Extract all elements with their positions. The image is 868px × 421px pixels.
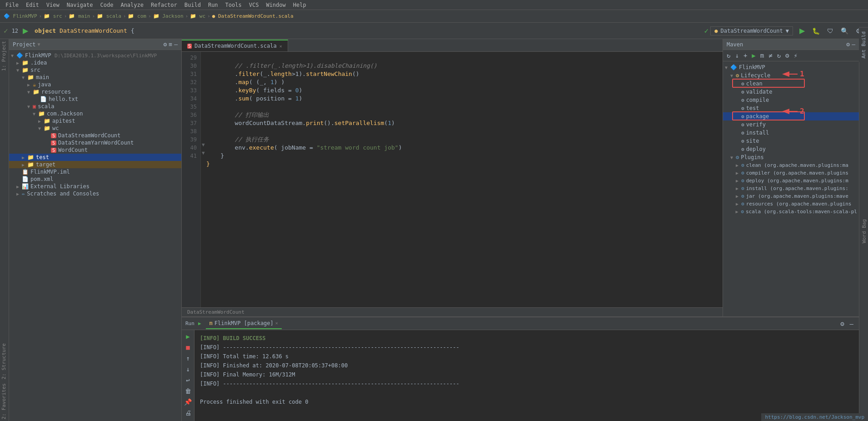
project-tab-label[interactable]: 1: Project [0, 39, 9, 73]
run-tab-main[interactable]: m FlinkMVP [package] ✕ [206, 318, 282, 329]
tree-apitest[interactable]: ▶ 📁 apitest [9, 117, 181, 125]
run-clear-icon[interactable]: 🗑 [184, 386, 192, 396]
maven-plugins[interactable]: ▼ ⚙ Plugins [723, 153, 859, 161]
maven-gear-icon[interactable]: ⚙ [783, 51, 791, 60]
maven-download-icon[interactable]: ↓ [733, 51, 740, 60]
maven-test[interactable]: ▶ ⚙ test [723, 104, 859, 112]
coverage-btn[interactable]: 🛡 [824, 26, 836, 36]
maven-add-icon[interactable]: + [742, 51, 749, 60]
tree-target[interactable]: ▶ 📁 target [9, 161, 181, 168]
nav-jackson[interactable]: 📁 Jackson [153, 13, 184, 19]
structure-tab-label[interactable]: 2: Structure [0, 341, 9, 381]
menu-refactor[interactable]: Refactor [147, 1, 181, 9]
menu-run[interactable]: Run [205, 1, 222, 9]
maven-refresh-icon[interactable]: ↻ [725, 51, 732, 60]
maven-minimize-icon[interactable]: — [852, 41, 855, 48]
maven-clean[interactable]: ▶ ⚙ clean [723, 80, 859, 88]
run-up-icon[interactable]: ↑ [185, 354, 190, 363]
maven-site[interactable]: ▶ ⚙ site [723, 137, 859, 145]
sync-icon[interactable]: ✓ [704, 26, 709, 35]
run-panel-minimize-icon[interactable]: — [848, 319, 855, 328]
maven-lifecycle[interactable]: ▼ ⚙ Lifecycle [723, 71, 859, 80]
maven-run-icon[interactable]: ▶ [750, 51, 757, 60]
menu-window[interactable]: Window [262, 1, 289, 9]
maven-plugin-scala[interactable]: ▶ ⚙ scala (org.scala-tools:maven-scala-p… [723, 208, 859, 216]
run-down-icon[interactable]: ↓ [185, 365, 190, 374]
project-settings-icon[interactable]: ≡ [169, 41, 172, 48]
menu-help[interactable]: Help [289, 1, 310, 9]
fold-arrow-1[interactable]: ▼ [202, 142, 205, 148]
tree-pom[interactable]: ▶ 📄 pom.xml [9, 175, 181, 183]
run-print-icon[interactable]: 🖨 [184, 408, 192, 417]
tree-resources[interactable]: ▼ 📁 resources [9, 88, 181, 95]
tree-dsywc[interactable]: ▶ S DataStreamYarnWordCount [9, 139, 181, 146]
maven-lightning-icon[interactable]: ⚡ [792, 51, 799, 60]
maven-m-icon[interactable]: m [758, 51, 766, 60]
project-sync-icon[interactable]: ⚙ [164, 41, 167, 48]
nav-main[interactable]: 📁 main [69, 13, 90, 19]
run-stop-icon[interactable]: ■ [185, 343, 190, 352]
tree-com-jackson[interactable]: ▼ 📁 com.Jackson [9, 110, 181, 117]
bottom-url[interactable]: https://blog.csdn.net/Jackson_mvp [765, 414, 864, 420]
maven-settings-icon[interactable]: ⚙ [846, 41, 850, 48]
tree-main[interactable]: ▼ 📁 main [9, 74, 181, 81]
tree-java[interactable]: ▶ ☕ java [9, 81, 181, 88]
run-tab-close[interactable]: ✕ [275, 321, 278, 326]
nav-flink[interactable]: 🔷 FlinkMVP [4, 13, 37, 19]
menu-view[interactable]: View [43, 1, 63, 9]
tree-wc[interactable]: ▼ 📁 wc [9, 125, 181, 132]
tree-scala-folder[interactable]: ▼ ▣ scala [9, 103, 181, 110]
menu-analyze[interactable]: Analyze [117, 1, 147, 9]
project-minimize-icon[interactable]: — [174, 41, 178, 48]
search-everywhere-btn[interactable]: 🔍 [838, 26, 851, 36]
project-dropdown-arrow[interactable]: ▼ [38, 42, 40, 47]
maven-plugin-jar[interactable]: ▶ ⚙ jar (org.apache.maven.plugins:mave [723, 192, 859, 200]
nav-src[interactable]: 📁 src [44, 13, 62, 19]
run-wrap-icon[interactable]: ↩ [185, 376, 190, 385]
debug-btn[interactable]: 🐛 [809, 26, 823, 36]
maven-validate[interactable]: ▶ ⚙ validate [723, 88, 859, 96]
maven-package[interactable]: ▶ ⚙ package [723, 112, 859, 120]
maven-plugin-compiler[interactable]: ▶ ⚙ compiler (org.apache.maven.plugins [723, 169, 859, 177]
menu-code[interactable]: Code [97, 1, 117, 9]
maven-plugin-install[interactable]: ▶ ⚙ install (org.apache.maven.plugins: [723, 185, 859, 192]
nav-com[interactable]: 📁 com [128, 13, 146, 19]
word-bag-tab[interactable]: Word Bag [860, 217, 868, 245]
maven-plugin-resources[interactable]: ▶ ⚙ resources (org.apache.maven.plugins [723, 200, 859, 208]
run-restart-icon[interactable]: ▶ [185, 332, 190, 341]
run-panel-settings-icon[interactable]: ⚙ [838, 319, 846, 328]
tree-root[interactable]: ▼ 🔷 FlinkMVP D:\IDEA2019.1.3\workspace\F… [9, 52, 181, 59]
tree-test[interactable]: ▶ 📁 test [9, 154, 181, 161]
menu-tools[interactable]: Tools [222, 1, 245, 9]
tree-wordcount[interactable]: ▶ S WordCount [9, 146, 181, 154]
tree-ext-libs[interactable]: ▶ 📊 External Libraries [9, 183, 181, 190]
maven-diff-icon[interactable]: ≠ [767, 51, 774, 60]
tree-idea[interactable]: ▶ 📁 .idea [9, 59, 181, 66]
maven-deploy[interactable]: ▶ ⚙ deploy [723, 145, 859, 153]
menu-navigate[interactable]: Navigate [63, 1, 97, 9]
fold-arrow-2[interactable]: ▼ [202, 150, 205, 156]
editor-tab-active[interactable]: S DataStreamWordCount.scala ✕ [182, 40, 288, 51]
menu-vcs[interactable]: VCS [245, 1, 263, 9]
maven-refresh2-icon[interactable]: ↻ [775, 51, 783, 60]
nav-scala[interactable]: 📁 scala [97, 13, 121, 19]
maven-plugin-deploy[interactable]: ▶ ⚙ deploy (org.apache.maven.plugins:m [723, 177, 859, 185]
run-button[interactable]: ▶ [20, 25, 31, 36]
tree-hello-txt[interactable]: ▶ 📄 hello.txt [9, 95, 181, 103]
tab-close-icon[interactable]: ✕ [279, 44, 282, 49]
menu-build[interactable]: Build [181, 1, 205, 9]
run-pin-icon[interactable]: 📌 [183, 397, 193, 406]
maven-install[interactable]: ▶ ⚙ install [723, 129, 859, 137]
code-content[interactable]: // .filter(_.length>1).disableChaining()… [201, 52, 723, 307]
maven-compile[interactable]: ▶ ⚙ compile [723, 96, 859, 104]
nav-file[interactable]: ● DataStreamWordCount.scala [212, 13, 294, 19]
favorites-tab-label[interactable]: 2: Favorites [0, 381, 9, 421]
nav-wc[interactable]: 📁 wc [190, 13, 205, 19]
tree-iml[interactable]: ▶ 📋 FlinkMVP.iml [9, 168, 181, 175]
maven-plugin-clean[interactable]: ▶ ⚙ clean (org.apache.maven.plugins:ma [723, 161, 859, 169]
tree-scratches[interactable]: ▶ ✏ Scratches and Consoles [9, 190, 181, 197]
run-config-dropdown[interactable]: ● DataStreamWordCount ▼ [710, 26, 793, 35]
run-btn-toolbar[interactable]: ▶ [797, 25, 808, 36]
maven-verify[interactable]: ▶ ⚙ verify [723, 120, 859, 129]
menu-edit[interactable]: Edit [22, 1, 43, 9]
